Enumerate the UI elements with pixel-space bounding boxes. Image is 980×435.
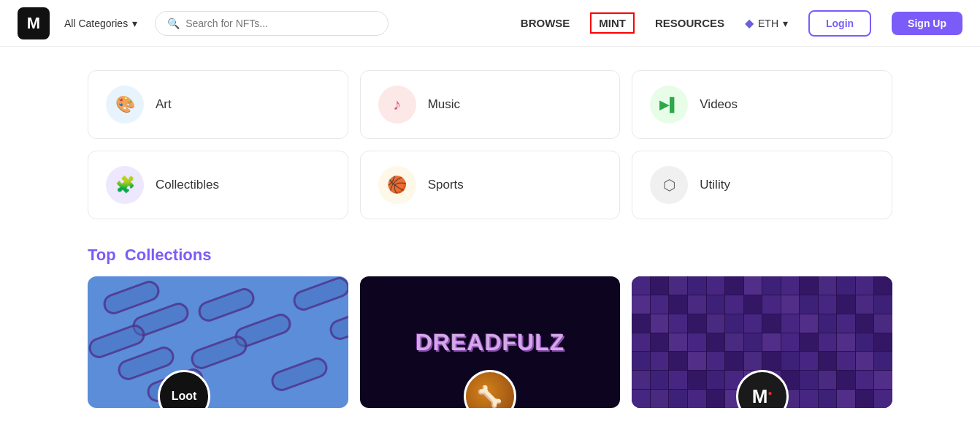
category-card-videos[interactable]: ▶▌ Videos [632,70,892,139]
logo[interactable]: M [18,7,50,39]
videos-label: Videos [700,97,738,112]
login-button[interactable]: Login [808,10,871,37]
eth-diamond-icon: ◆ [745,16,754,30]
category-card-utility[interactable]: ⬡ Utility [632,151,892,219]
loot-avatar-text: Loot [172,390,197,403]
collections-grid: Loot DREADFULZ 🦴 [88,276,892,408]
dreadfulz-avatar: 🦴 [464,370,516,408]
sports-label: Sports [428,178,464,192]
navbar: M All Categories ▾ 🔍 BROWSE MINT RESOURC… [0,0,980,47]
collection-card-dreadfulz[interactable]: DREADFULZ 🦴 [360,276,621,408]
collection-card-meta[interactable]: M● [632,276,892,408]
category-card-music[interactable]: ♪ Music [360,70,621,139]
utility-label: Utility [700,178,730,192]
chevron-down-icon: ▾ [783,18,788,29]
mint-link[interactable]: MINT [590,12,635,34]
eth-selector[interactable]: ◆ ETH ▾ [745,16,788,30]
search-icon: 🔍 [167,18,180,29]
all-categories-dropdown[interactable]: All Categories ▾ [64,18,137,29]
music-label: Music [428,97,460,112]
browse-link[interactable]: BROWSE [521,17,570,29]
loot-pattern-bg [88,276,348,408]
resources-link[interactable]: RESOURCES [655,17,724,29]
category-card-sports[interactable]: 🏀 Sports [360,151,621,219]
signup-button[interactable]: Sign Up [892,12,962,35]
search-bar: 🔍 [155,11,388,36]
collectibles-label: Collectibles [156,178,219,192]
category-grid: 🎨 Art ♪ Music ▶▌ Videos 🧩 Collectibles 🏀… [88,70,892,219]
category-card-collectibles[interactable]: 🧩 Collectibles [88,151,348,219]
section-title: Top Collections [88,246,892,265]
chevron-down-icon: ▾ [132,18,137,29]
dreadfulz-title-text: DREADFULZ [416,329,565,356]
category-card-art[interactable]: 🎨 Art [88,70,348,139]
top-collections-section: Top Collections [88,246,892,408]
main-content: 🎨 Art ♪ Music ▶▌ Videos 🧩 Collectibles 🏀… [0,47,980,408]
search-input[interactable] [185,18,376,29]
utility-icon: ⬡ [650,166,688,204]
collection-card-loot[interactable]: Loot [88,276,348,408]
videos-icon: ▶▌ [650,86,688,124]
art-label: Art [156,97,172,112]
music-icon: ♪ [378,86,416,124]
nav-links: BROWSE MINT RESOURCES ◆ ETH ▾ Login Sign… [521,10,962,37]
sports-icon: 🏀 [378,166,416,204]
collectibles-icon: 🧩 [106,166,144,204]
art-icon: 🎨 [106,86,144,124]
meta-avatar-logo: M● [752,385,773,408]
